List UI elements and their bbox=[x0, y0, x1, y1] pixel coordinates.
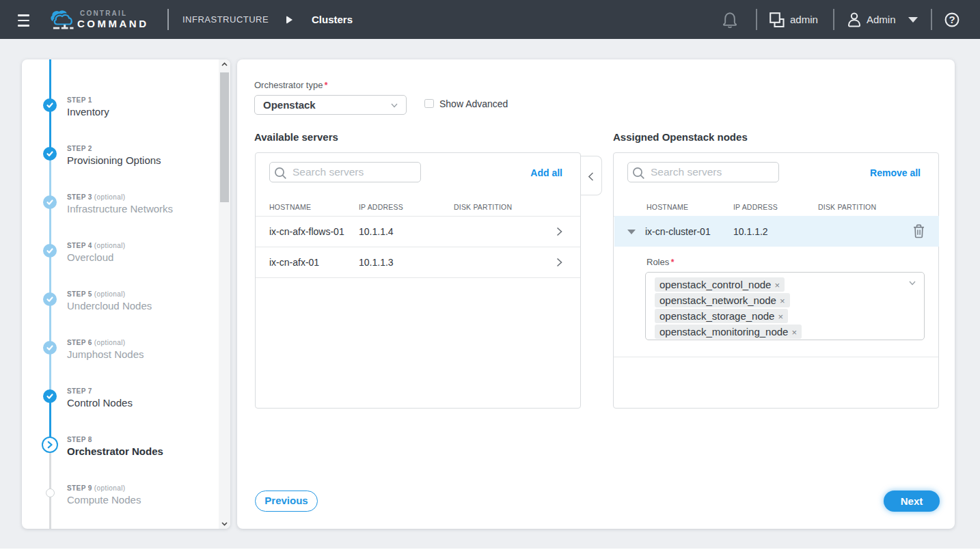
svg-text:?: ? bbox=[949, 14, 955, 25]
